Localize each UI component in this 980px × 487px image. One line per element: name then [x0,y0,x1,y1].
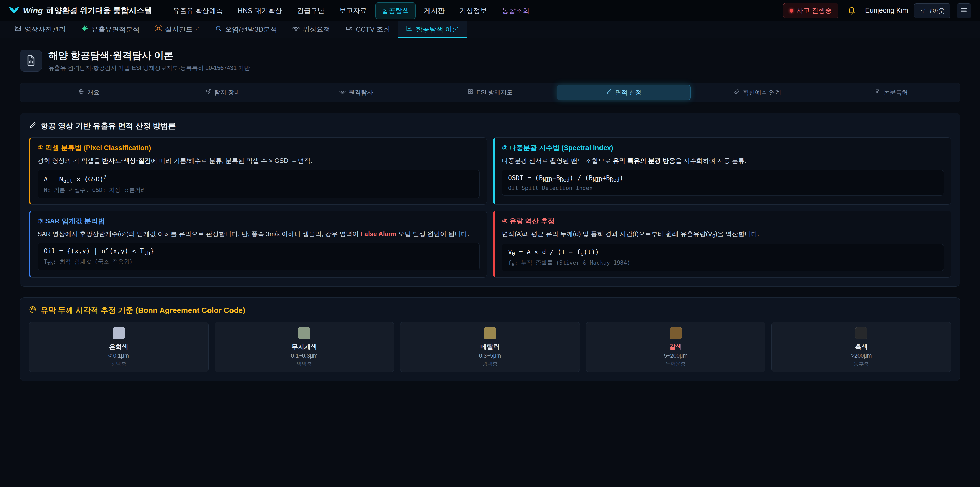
bell-icon [847,6,856,16]
nav-item-oil-spill-prediction[interactable]: 유출유 확산예측 [166,2,229,19]
snav-label: 논문특허 [883,88,908,97]
methods-heading: 항공 영상 기반 유출유 면적 산정 방법론 [29,121,951,131]
nav-item-aerial-search[interactable]: 항공탐색 [375,2,416,19]
snav-label: 면적 산정 [615,88,641,97]
main-nav: 유출유 확산예측 HNS·대기확산 긴급구난 보고자료 항공탐색 게시판 기상정… [166,2,536,19]
snav-label: ESI 방제지도 [476,88,512,97]
snav-label: 확산예측 연계 [743,88,781,97]
tab-realtime-drone[interactable]: 실시간드론 [147,21,207,38]
tab-label: 위성요청 [303,25,330,34]
topbar-right: 사고 진행중 Eunjeong Kim 로그아웃 [783,3,971,18]
snav-diffusion-link[interactable]: 확산예측 연계 [690,85,824,100]
thickness-range: 0.1~0.3μm [291,353,318,359]
method-title: ② 다중분광 지수법 (Spectral Index) [502,143,944,152]
bonn-heading: 유막 두께 시각적 추정 기준 (Bonn Agreement Color Co… [29,305,951,316]
snav-label: 탐지 장비 [214,88,240,97]
nav-item-hns-air-diffusion[interactable]: HNS·대기확산 [231,2,289,19]
bonn-card-silver-gray: 은회색 < 0.1μm 광택층 [29,322,208,372]
method-description: SAR 영상에서 후방산란계수(σ°)의 임계값 이하를 유막으로 판정합니다.… [38,229,479,239]
color-swatch [113,327,125,339]
topbar: Wing 해양환경 위기대응 통합시스템 유출유 확산예측 HNS·대기확산 긴… [0,0,980,21]
sub-tabbar: 영상사진관리 유출유면적분석 실시간드론 오염/선박3D분석 위성요청 CCTV… [0,21,980,38]
formula-block: Oil = {(x,y) | σ°(x,y) < Tth} Tth: 최적 임계… [38,243,479,270]
thickness-layer-label: 두꺼운층 [666,360,686,367]
tab-label: 유출유면적분석 [91,25,140,34]
tab-oil-area-analysis[interactable]: 유출유면적분석 [73,21,147,38]
line-chart-icon [406,25,413,34]
snav-overview[interactable]: 개요 [22,85,156,100]
hamburger-icon [960,6,968,15]
thickness-range: < 0.1μm [108,353,129,359]
snav-detection-equipment[interactable]: 탐지 장비 [156,85,290,100]
snav-label: 개요 [87,88,100,97]
method-description: 면적(A)과 평균 유막 두께(d) 및 풍화 경과 시간(t)으로부터 원래 … [502,229,944,240]
snav-area-estimation[interactable]: 면적 산정 [557,85,690,100]
tab-image-photo-management[interactable]: 영상사진관리 [6,21,73,38]
pencil-icon [606,89,612,96]
method-title: ③ SAR 임계값 분리법 [38,217,479,226]
notification-bell-button[interactable] [844,3,859,18]
tab-cctv-view[interactable]: CCTV 조회 [338,21,398,38]
cctv-icon [345,25,353,34]
color-swatch [670,327,682,339]
alert-dot-icon [790,9,793,13]
theory-document-icon [20,49,42,72]
nav-item-weather-info[interactable]: 기상정보 [453,2,493,19]
tab-pollution-ship-3d[interactable]: 오염/선박3D분석 [207,21,285,38]
page-head: 해양 항공탐색·원격탐사 이론 유출유 원격탐지·항공감시 기법·ESI 방제정… [20,49,960,72]
drone-icon [155,25,162,34]
thickness-layer-label: 농후층 [854,360,869,367]
methods-heading-text: 항공 영상 기반 유출유 면적 산정 방법론 [41,121,176,131]
bonn-heading-text: 유막 두께 시각적 추정 기준 (Bonn Agreement Color Co… [41,305,245,316]
method-title: ④ 유량 역산 추정 [502,217,944,226]
formula-note: Oil Spill Detection Index [508,185,937,191]
document-icon [874,89,880,96]
logout-button[interactable]: 로그아웃 [914,3,950,18]
thickness-name: 무지개색 [291,342,317,351]
pencil-icon [29,121,37,131]
main-content: 해양 항공탐색·원격탐사 이론 유출유 원격탐지·항공감시 기법·ESI 방제정… [0,38,980,396]
bonn-card-rainbow: 무지개색 0.1~0.3μm 박막층 [215,322,394,372]
brand-name: Wing [23,6,43,15]
thickness-range: >200μm [851,353,872,359]
thickness-name: 메탈릭 [480,342,500,351]
methods-grid: ① 픽셀 분류법 (Pixel Classification) 광학 영상의 각… [29,137,951,278]
wing-logo-icon [9,5,19,17]
user-name: Eunjeong Kim [865,6,908,14]
tab-satellite-request[interactable]: 위성요청 [285,21,338,38]
photo-icon [14,25,21,34]
thickness-name: 흑색 [855,342,868,351]
incident-status-badge[interactable]: 사고 진행중 [783,3,838,18]
formula-note: fe: 누적 증발률 (Stiver & Mackay 1984) [508,259,937,267]
section-nav: 개요 탐지 장비 원격탐사 ESI 방제지도 면적 산정 확산예측 연계 논문특… [20,83,960,102]
snav-remote-sensing[interactable]: 원격탐사 [290,85,423,100]
formula: OSDI = (BNIR−BRed) / (BNIR+BRed) [508,174,937,183]
grid-icon [467,89,473,96]
formula-block: A = Noil × (GSD)2 N: 기름 픽셀수, GSD: 지상 표본거… [38,170,479,198]
thickness-layer-label: 박막층 [297,360,312,367]
satellite-icon [339,89,345,96]
thickness-range: 0.3~5μm [479,353,501,359]
hamburger-menu-button[interactable] [956,3,971,18]
nav-item-emergency-rescue[interactable]: 긴급구난 [291,2,331,19]
tab-aerial-search-theory[interactable]: 항공탐색 이론 [398,21,467,38]
globe-icon [78,89,84,96]
brand-home-link[interactable]: Wing 해양환경 위기대응 통합시스템 [9,5,152,17]
formula-note: Tth: 최적 임계값 (국소 적응형) [44,258,473,266]
page-subtitle: 유출유 원격탐지·항공감시 기법·ESI 방제정보지도·등록특허 10-1567… [48,64,250,72]
snav-papers-patents[interactable]: 논문특허 [824,85,958,100]
palette-icon [29,306,37,315]
nav-item-integrated-search[interactable]: 통합조회 [496,2,536,19]
method-card-spectral-index: ② 다중분광 지수법 (Spectral Index) 다중분광 센서로 촬영된… [493,137,951,204]
method-card-volume-inversion: ④ 유량 역산 추정 면적(A)과 평균 유막 두께(d) 및 풍화 경과 시간… [493,211,951,278]
plane-icon [205,89,211,96]
nav-item-reports[interactable]: 보고자료 [333,2,373,19]
snav-esi-map[interactable]: ESI 방제지도 [423,85,557,100]
nav-item-board[interactable]: 게시판 [418,2,451,19]
thickness-name: 은회색 [109,342,128,351]
method-card-pixel-classification: ① 픽셀 분류법 (Pixel Classification) 광학 영상의 각… [29,137,487,204]
formula-block: OSDI = (BNIR−BRed) / (BNIR+BRed) Oil Spi… [502,170,944,196]
tab-label: 영상사진관리 [24,25,66,34]
tab-label: CCTV 조회 [356,25,390,34]
thickness-layer-label: 광택층 [482,360,498,367]
